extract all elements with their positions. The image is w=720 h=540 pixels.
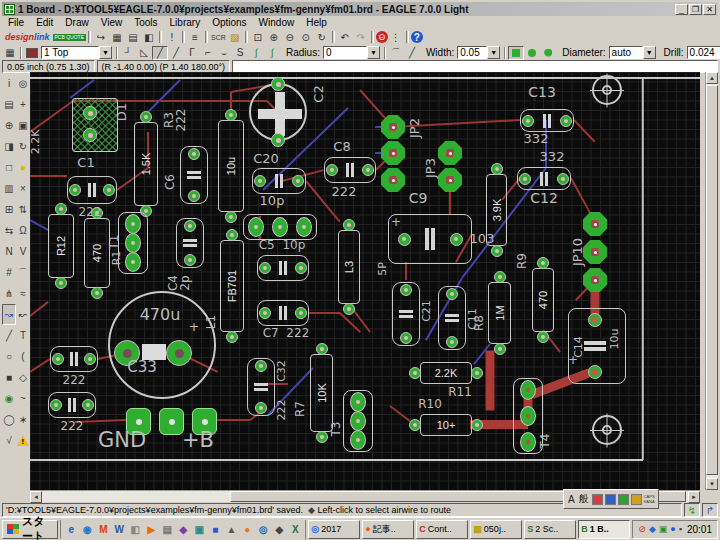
task-button-2017[interactable]: ◎2017	[308, 520, 360, 539]
task-button-[interactable]: ●記事..	[362, 520, 414, 539]
pad[interactable]	[295, 307, 307, 319]
scroll-left-button[interactable]: ◄	[30, 491, 42, 503]
pad[interactable]	[292, 175, 304, 187]
tray-icon-4[interactable]: ●	[670, 524, 675, 534]
quick-launch-icon-7[interactable]: ▤	[160, 522, 174, 536]
copy-tool[interactable]: ▣	[16, 115, 30, 136]
pad[interactable]	[471, 367, 483, 379]
quick-launch-icon-5[interactable]: ◧	[128, 522, 142, 536]
pad[interactable]	[84, 353, 96, 365]
open-recent-button[interactable]: ↪	[93, 30, 109, 44]
menu-help[interactable]: Help	[300, 17, 333, 28]
pad[interactable]	[446, 288, 458, 300]
pad[interactable]	[82, 399, 94, 411]
component-R11[interactable]: 2.2K	[420, 362, 472, 384]
pad[interactable]	[537, 257, 549, 269]
pad[interactable]	[446, 336, 458, 348]
miter-tool[interactable]: ⌒	[16, 262, 30, 283]
pad[interactable]	[83, 128, 97, 142]
vertical-scrollbar[interactable]: ▲ ▼	[705, 72, 718, 490]
pad[interactable]	[55, 203, 67, 215]
group-tool[interactable]: □	[2, 157, 16, 178]
menu-tools[interactable]: Tools	[128, 17, 163, 28]
pad[interactable]	[52, 353, 64, 365]
pad[interactable]	[343, 219, 355, 231]
pad[interactable]	[295, 262, 307, 274]
arc-tool[interactable]: (	[16, 346, 30, 367]
pad[interactable]	[494, 343, 506, 355]
pad[interactable]	[50, 399, 62, 411]
pad[interactable]	[557, 173, 569, 185]
restore-button[interactable]: ❐	[689, 4, 702, 15]
close-button[interactable]: ✕	[703, 4, 716, 15]
component-R12[interactable]: R12	[48, 214, 74, 278]
run-ulp-button[interactable]: ▨	[227, 30, 243, 44]
wire-bend-1-button[interactable]: ◺	[136, 46, 152, 60]
pad[interactable]	[296, 217, 312, 237]
pad[interactable]	[255, 360, 267, 372]
pad[interactable]	[316, 431, 328, 443]
minimize-button[interactable]: _	[675, 4, 688, 15]
pad[interactable]	[494, 271, 506, 283]
pad[interactable]	[398, 233, 411, 246]
ime-mode-roman[interactable]: A	[567, 494, 576, 505]
pad[interactable]	[409, 367, 421, 379]
pad[interactable]	[409, 419, 421, 431]
drill-combo[interactable]: Drill:0.024▼	[660, 46, 720, 59]
pad[interactable]	[491, 163, 503, 175]
quick-launch-icon-8[interactable]: ◆	[176, 522, 190, 536]
pad[interactable]	[450, 233, 463, 246]
component-R10[interactable]: 10+	[420, 414, 472, 436]
menu-edit[interactable]: Edit	[30, 17, 59, 28]
name-tool[interactable]: N	[2, 241, 16, 262]
ime-tool-icon-3[interactable]	[631, 494, 642, 505]
quick-launch-icon-9[interactable]: ▣	[192, 522, 206, 536]
pad[interactable]	[522, 115, 534, 127]
component-R1[interactable]: 470	[84, 218, 110, 288]
power-pad[interactable]	[159, 408, 184, 435]
quick-launch-icon-14[interactable]: ◆	[272, 522, 286, 536]
optimize-tool[interactable]: ≈	[16, 283, 30, 304]
layer-select[interactable]: 1 Top▼	[26, 46, 112, 59]
component-R9[interactable]: 470	[532, 268, 554, 332]
zoom-out-button[interactable]: ⊖	[282, 30, 298, 44]
quick-launch-icon-1[interactable]: e	[64, 522, 78, 536]
menu-draw[interactable]: Draw	[59, 17, 94, 28]
pad[interactable]	[343, 303, 355, 315]
wire-bend-7-button[interactable]: S	[232, 46, 248, 60]
component-C6-elco[interactable]: 10u	[218, 120, 244, 212]
pad[interactable]	[103, 184, 115, 196]
pad[interactable]	[520, 432, 536, 452]
pad[interactable]	[519, 173, 531, 185]
rotate-tool[interactable]: ↻	[16, 136, 30, 157]
text-tool[interactable]: T	[16, 325, 30, 346]
pad[interactable]	[254, 175, 266, 187]
value-tool[interactable]: V	[16, 241, 30, 262]
quick-launch-icon-11[interactable]: ▲	[224, 522, 238, 536]
header-pad[interactable]	[583, 240, 607, 264]
header-pad[interactable]	[438, 141, 462, 165]
mirror-tool[interactable]: ◨	[2, 136, 16, 157]
pad[interactable]	[588, 313, 602, 327]
header-pad[interactable]	[381, 168, 405, 192]
menu-options[interactable]: Options	[206, 17, 252, 28]
wire-bend-4-button[interactable]: Γ	[184, 46, 200, 60]
pad[interactable]	[226, 229, 238, 241]
zoom-select-button[interactable]: ⊙	[298, 30, 314, 44]
task-button-050j[interactable]: ▤050j..	[470, 520, 522, 539]
wire-bend-0-button[interactable]: ┘	[120, 46, 136, 60]
pad[interactable]	[350, 430, 366, 450]
menu-library[interactable]: Library	[164, 17, 207, 28]
scroll-right-button[interactable]: ►	[688, 491, 700, 503]
pad[interactable]	[471, 419, 483, 431]
script-button[interactable]: !	[164, 30, 180, 44]
replace-tool[interactable]: ⇆	[2, 220, 16, 241]
diameter-combo[interactable]: Diameter:auto▼	[558, 46, 655, 59]
pad[interactable]	[316, 343, 328, 355]
pcb-canvas[interactable]: 1.5K10uFB701R12470L33.9K1M47010K2.2K10+G…	[30, 72, 700, 490]
pad[interactable]	[125, 233, 141, 253]
rect-tool[interactable]: ■	[2, 367, 16, 388]
designlink-logo[interactable]: designlink	[2, 32, 53, 42]
circle-tool[interactable]: ○	[2, 346, 16, 367]
help-button[interactable]: ?	[411, 31, 423, 43]
